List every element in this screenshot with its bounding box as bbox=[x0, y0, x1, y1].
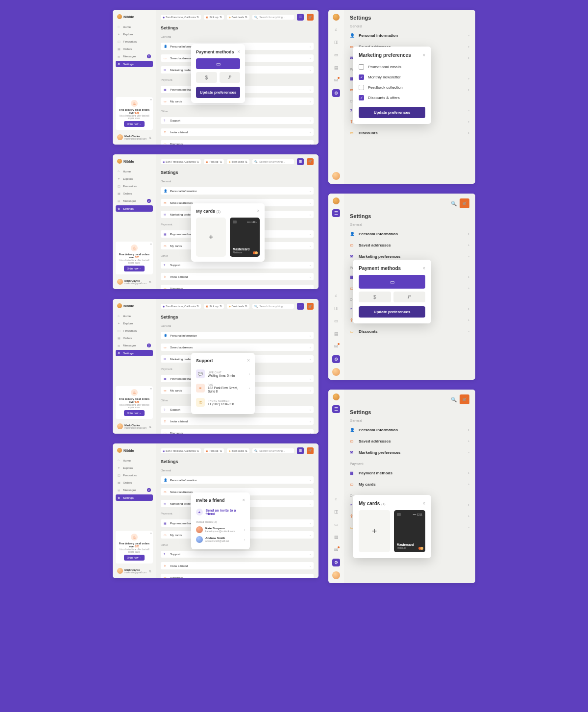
nav-orders[interactable]: ▤Orders bbox=[116, 335, 153, 341]
nav-favourites[interactable]: ▭ bbox=[332, 317, 340, 325]
location-chip[interactable]: ◉San Francisco, California⇅ bbox=[161, 15, 201, 20]
location-chip[interactable]: ◉San Francisco, California⇅ bbox=[161, 448, 201, 453]
row-discounts[interactable]: ▭Discounts› bbox=[161, 285, 314, 289]
row-personal-info[interactable]: 👤Personal information› bbox=[161, 476, 314, 484]
promo-order-button[interactable]: Order now → bbox=[124, 410, 145, 416]
checkbox-checked[interactable]: ✓ bbox=[359, 74, 364, 80]
nav-home[interactable]: ⌂ bbox=[332, 292, 340, 299]
nav-favourites[interactable]: ◫Favourites bbox=[116, 183, 153, 189]
nav-explore[interactable]: ✦Explore bbox=[116, 175, 153, 182]
nav-settings[interactable]: ⚙Settings bbox=[116, 61, 153, 67]
nav-home[interactable]: ⌂Home bbox=[116, 457, 153, 464]
brand-icon[interactable] bbox=[333, 197, 340, 204]
avatar[interactable] bbox=[332, 172, 340, 180]
close-icon[interactable]: × bbox=[422, 266, 425, 271]
update-preferences-button[interactable]: Update preferences bbox=[359, 306, 425, 318]
nav-orders[interactable]: ▤ bbox=[332, 64, 340, 72]
update-preferences-button[interactable]: Update preferences bbox=[196, 87, 240, 98]
search-input[interactable]: 🔍Search for anything... bbox=[252, 304, 294, 309]
nav-settings[interactable]: ⚙ bbox=[332, 89, 340, 97]
brand[interactable]: Nibble bbox=[116, 302, 153, 310]
nav-explore[interactable]: ◫ bbox=[332, 304, 340, 312]
row-saved-addresses[interactable]: ▭Saved addresses› bbox=[161, 344, 314, 351]
nav-home[interactable]: ⌂ bbox=[332, 25, 340, 33]
payment-paypal-option[interactable]: 𝑷 bbox=[220, 72, 241, 83]
brand-icon[interactable] bbox=[333, 14, 340, 21]
nav-home[interactable]: ⌂Home bbox=[116, 313, 153, 319]
user-menu[interactable]: Mark Clarkemarkmate@gmail.com⇅ bbox=[116, 566, 153, 575]
search-button[interactable]: 🔍 bbox=[451, 201, 457, 206]
checkbox-checked[interactable]: ✓ bbox=[359, 95, 364, 100]
deals-chip[interactable]: ◆Best deals⇅ bbox=[227, 159, 250, 164]
pickup-chip[interactable]: ▣Pick up⇅ bbox=[204, 448, 223, 453]
promo-order-button[interactable]: Order now → bbox=[124, 555, 145, 561]
location-chip[interactable]: ◉San Francisco, California⇅ bbox=[161, 304, 201, 309]
nav-home[interactable]: ⌂ bbox=[332, 495, 340, 503]
nav-messages[interactable]: ✉ bbox=[332, 343, 340, 350]
nav-settings[interactable]: ⚙Settings bbox=[116, 350, 153, 356]
nav-settings[interactable]: ⚙Settings bbox=[116, 494, 153, 501]
deals-chip[interactable]: ◆Best deals⇅ bbox=[227, 448, 250, 453]
brand-icon[interactable] bbox=[333, 393, 340, 400]
avatar[interactable] bbox=[332, 571, 340, 579]
row-invite[interactable]: ⇪Invite a friend› bbox=[161, 128, 314, 136]
user-menu[interactable]: Mark Clarkemarkmate@gmail.com⇅ bbox=[116, 133, 153, 142]
brand[interactable]: Nibble bbox=[116, 157, 153, 165]
close-icon[interactable]: × bbox=[257, 208, 260, 214]
payment-cash-option[interactable]: $ bbox=[359, 292, 391, 302]
send-invite-button[interactable]: +Send an invite to a friend bbox=[196, 507, 245, 517]
brand[interactable]: Nibble bbox=[116, 446, 153, 454]
close-icon[interactable]: × bbox=[242, 497, 245, 503]
menu-button[interactable]: ☰ bbox=[332, 209, 340, 217]
close-icon[interactable]: × bbox=[422, 52, 425, 58]
nav-home[interactable]: ⌂Home bbox=[116, 24, 153, 30]
row-personal-info[interactable]: 👤Personal information› bbox=[161, 332, 314, 339]
promo-close-icon[interactable]: × bbox=[150, 532, 152, 535]
location-chip[interactable]: ◉San Francisco, California⇅ bbox=[161, 159, 201, 164]
pref-promotional-emails[interactable]: Promotional emails bbox=[359, 62, 425, 72]
row-personal-info[interactable]: 👤Personal information› bbox=[350, 424, 469, 436]
row-personal-info[interactable]: 👤Personal information› bbox=[350, 30, 469, 41]
row-support[interactable]: ?Support› bbox=[161, 551, 314, 558]
user-menu[interactable]: Mark Clarkemarkmate@gmail.com⇅ bbox=[116, 277, 153, 286]
nav-settings[interactable]: ⚙Settings bbox=[116, 205, 153, 212]
row-invite[interactable]: ⇪Invite a friend› bbox=[161, 417, 314, 425]
update-preferences-button[interactable]: Update preferences bbox=[359, 107, 425, 118]
nav-messages[interactable]: ✉Messages2 bbox=[116, 342, 153, 349]
row-marketing[interactable]: ✉Marketing preferences› bbox=[350, 447, 469, 458]
row-discounts[interactable]: ▭Discounts› bbox=[161, 574, 314, 578]
close-icon[interactable]: × bbox=[237, 49, 240, 54]
pickup-chip[interactable]: ▣Pick up⇅ bbox=[204, 159, 223, 164]
row-discounts[interactable]: ▭Discounts› bbox=[350, 127, 469, 139]
support-live-chat[interactable]: 💬LIVE CHATWaiting time: 5 min› bbox=[196, 367, 250, 381]
nav-explore[interactable]: ✦Explore bbox=[116, 31, 153, 37]
row-invite[interactable]: ⇪Invite a friend› bbox=[161, 273, 314, 280]
promo-close-icon[interactable]: × bbox=[150, 387, 152, 390]
invited-friend[interactable]: Andrew Smithandrewsmith@ui8.net› bbox=[196, 535, 245, 544]
nav-orders[interactable]: ▤Orders bbox=[116, 479, 153, 486]
pickup-chip[interactable]: ▣Pick up⇅ bbox=[204, 304, 223, 309]
nav-messages[interactable]: ✉Messages2 bbox=[116, 53, 153, 60]
cart-button[interactable]: 🛒 bbox=[307, 158, 314, 165]
deals-chip[interactable]: ◆Best deals⇅ bbox=[227, 15, 250, 20]
checkbox[interactable] bbox=[359, 85, 364, 90]
nav-home[interactable]: ⌂Home bbox=[116, 168, 153, 174]
payment-paypal-option[interactable]: 𝑷 bbox=[393, 292, 426, 302]
row-support[interactable]: ?Support› bbox=[161, 262, 314, 269]
promo-order-button[interactable]: Order now → bbox=[124, 121, 145, 127]
nav-orders[interactable]: ▤Orders bbox=[116, 46, 153, 52]
nav-explore[interactable]: ◫ bbox=[332, 508, 340, 516]
payment-card-option[interactable]: ▭ bbox=[196, 58, 240, 69]
nav-explore[interactable]: ◫ bbox=[332, 38, 340, 46]
promo-close-icon[interactable]: × bbox=[150, 243, 152, 246]
payment-cash-option[interactable]: $ bbox=[196, 72, 217, 83]
cart-button[interactable]: 🛒 bbox=[307, 303, 314, 310]
filter-button[interactable]: ☰ bbox=[297, 14, 304, 21]
nav-settings[interactable]: ⚙ bbox=[332, 355, 340, 363]
cart-button[interactable]: 🛒 bbox=[460, 394, 469, 404]
nav-orders[interactable]: ▤ bbox=[332, 330, 340, 338]
saved-card[interactable]: •••• 1211MastercardPlatinum bbox=[230, 218, 260, 257]
nav-settings[interactable]: ⚙ bbox=[332, 559, 340, 566]
nav-favourites[interactable]: ◫Favourites bbox=[116, 327, 153, 334]
nav-favourites[interactable]: ▭ bbox=[332, 51, 340, 59]
